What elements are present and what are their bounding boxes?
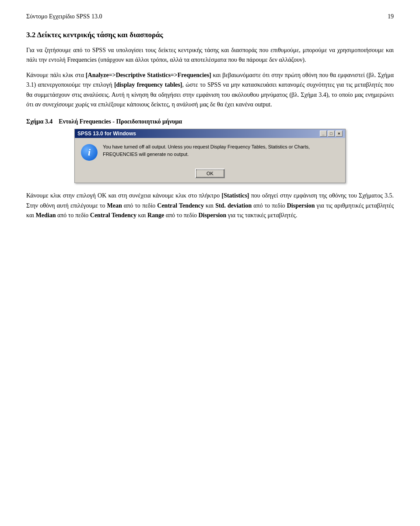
page-header: Σύντομο Εγχειρίδιο SPSS 13.0 19 (26, 13, 394, 20)
dialog-minimize-btn[interactable]: _ (320, 131, 327, 137)
dialog-buttons: OK (75, 167, 345, 183)
bold-central-tendency-2: Central Tendency (90, 212, 136, 219)
page-container: Σύντομο Εγχειρίδιο SPSS 13.0 19 3.2 Δείκ… (0, 0, 420, 244)
dialog-maximize-btn[interactable]: □ (328, 131, 335, 137)
inline-bold-2: [display frequency tables] (114, 81, 182, 88)
bold-central-tendency-1: Central Tendency (157, 202, 204, 209)
info-icon: i (81, 144, 98, 161)
dialog-box: SPSS 13.0 for Windows _ □ × i You have t… (74, 129, 346, 183)
dialog-close-btn[interactable]: × (336, 131, 343, 137)
dialog-titlebar-buttons: _ □ × (320, 131, 343, 137)
dialog-titlebar: SPSS 13.0 for Windows _ □ × (75, 129, 345, 138)
section-heading: 3.2 Δείκτες κεντρικής τάσης και διασπορά… (26, 31, 394, 39)
figure-label: Σχήμα 3.4 Εντολή Frequencies - Προειδοπο… (26, 118, 394, 125)
paragraph-after-figure: Κάνουμε κλικ στην επιλογή ΟΚ και στη συν… (26, 191, 394, 220)
bold-statistics: [Statistics] (222, 192, 249, 199)
dialog-ok-button[interactable]: OK (195, 169, 225, 178)
paragraph-2: Κάνουμε πάλι κλικ στα [Analyze=>Descript… (26, 71, 394, 110)
inline-bold-1: [Analyze=>Descriptive Statistics=>Freque… (86, 72, 211, 78)
bold-dispersion-1: Dispersion (287, 202, 315, 209)
bold-mean: Mean (107, 202, 122, 209)
header-title: Σύντομο Εγχειρίδιο SPSS 13.0 (26, 13, 102, 20)
paragraph-1: Για να ζητήσουμε από το SPSS να υπολογίσ… (26, 46, 394, 65)
bold-dispersion-2: Dispersion (198, 212, 226, 219)
figure-section: Σχήμα 3.4 Εντολή Frequencies - Προειδοπο… (26, 118, 394, 183)
dialog-message: You have turned off all output. Unless y… (103, 143, 339, 158)
dialog-title: SPSS 13.0 for Windows (77, 131, 136, 137)
bold-range: Range (147, 212, 164, 219)
bold-median: Median (36, 212, 56, 219)
header-page-number: 19 (388, 13, 394, 20)
bold-std: Std. deviation (215, 202, 252, 209)
dialog-content: i You have turned off all output. Unless… (75, 138, 345, 167)
